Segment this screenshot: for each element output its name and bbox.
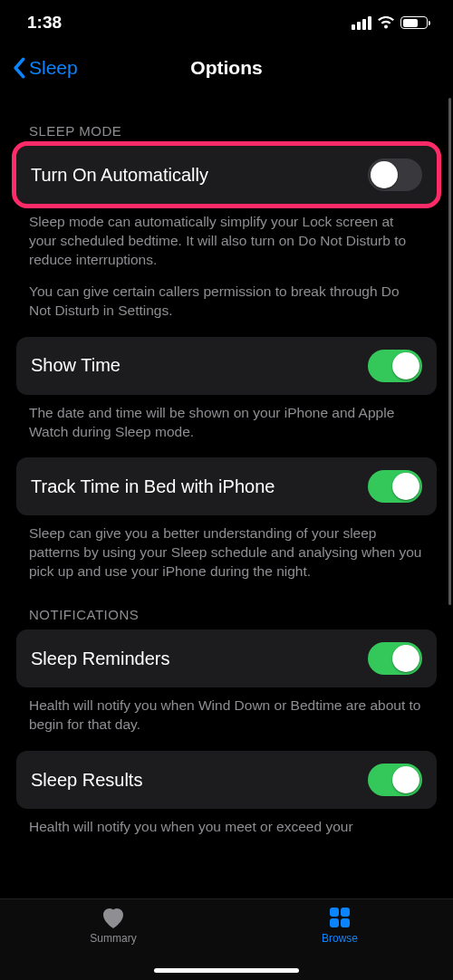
footer-text: You can give certain callers permission … <box>16 270 437 321</box>
tab-label: Browse <box>322 932 358 945</box>
row-sleep-results[interactable]: Sleep Results <box>16 751 437 809</box>
footer-text: Health will notify you when you meet or … <box>16 809 437 837</box>
switch-track-time-in-bed[interactable] <box>368 470 422 503</box>
switch-show-time[interactable] <box>368 350 422 382</box>
svg-rect-3 <box>341 918 350 927</box>
footer-text: Sleep can give you a better understandin… <box>16 515 437 581</box>
scroll-indicator[interactable] <box>448 98 451 605</box>
switch-sleep-reminders[interactable] <box>368 642 422 675</box>
row-label: Turn On Automatically <box>31 165 208 186</box>
section-header-notifications: NOTIFICATIONS <box>16 581 437 629</box>
status-bar: 1:38 <box>0 0 453 45</box>
row-show-time[interactable]: Show Time <box>16 337 437 395</box>
nav-header: Sleep Options <box>0 45 453 91</box>
heart-icon <box>100 905 127 930</box>
row-label: Sleep Reminders <box>31 649 169 669</box>
switch-turn-on-automatically[interactable] <box>368 159 422 191</box>
svg-rect-1 <box>341 908 350 917</box>
footer-text: Health will notify you when Wind Down or… <box>16 687 437 735</box>
status-indicators <box>352 16 428 30</box>
home-indicator[interactable] <box>154 968 299 973</box>
row-sleep-reminders[interactable]: Sleep Reminders <box>16 629 437 687</box>
row-track-time-in-bed[interactable]: Track Time in Bed with iPhone <box>16 457 437 515</box>
row-turn-on-automatically[interactable]: Turn On Automatically <box>16 146 437 204</box>
battery-icon <box>400 16 428 29</box>
switch-sleep-results[interactable] <box>368 764 422 796</box>
footer-text: The date and time will be shown on your … <box>16 395 437 442</box>
row-label: Sleep Results <box>31 770 142 791</box>
svg-rect-0 <box>330 908 339 917</box>
row-label: Track Time in Bed with iPhone <box>31 476 275 497</box>
svg-rect-2 <box>330 918 339 927</box>
row-label: Show Time <box>31 355 120 376</box>
footer-text: Sleep mode can automatically simplify yo… <box>16 204 437 270</box>
grid-icon <box>327 905 352 930</box>
section-header-sleep-mode: SLEEP MODE <box>16 98 437 146</box>
wifi-icon <box>377 16 395 30</box>
page-title: Options <box>0 57 453 79</box>
cellular-signal-icon <box>352 16 371 30</box>
content-scroll[interactable]: SLEEP MODE Turn On Automatically Sleep m… <box>0 98 453 898</box>
tab-label: Summary <box>90 932 136 945</box>
status-time: 1:38 <box>27 13 62 33</box>
